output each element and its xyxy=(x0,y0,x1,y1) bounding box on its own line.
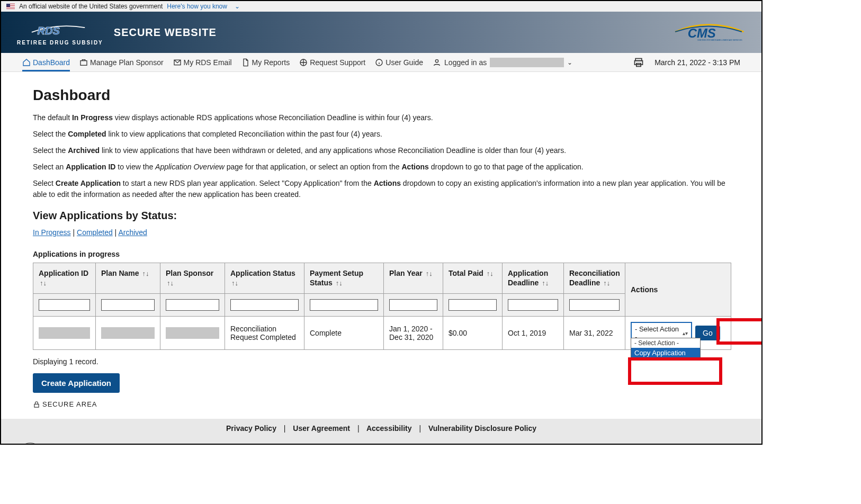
nav-logged-in[interactable]: Logged in as ⌄ xyxy=(433,53,572,71)
table-header-row: Application ID ↑↓ Plan Name ↑↓ Plan Spon… xyxy=(33,263,731,294)
footer-agreement[interactable]: User Agreement xyxy=(293,424,350,433)
sort-icon: ↑↓ xyxy=(426,269,433,277)
svg-text:RDS: RDS xyxy=(38,25,60,37)
filter-recon-deadline[interactable] xyxy=(569,299,620,311)
svg-point-14 xyxy=(18,443,43,445)
th-total-paid[interactable]: Total Paid ↑↓ xyxy=(443,263,503,294)
sort-icon: ↑↓ xyxy=(167,279,174,287)
link-in-progress[interactable]: In Progress xyxy=(33,228,71,237)
nav-user-guide[interactable]: User Guide xyxy=(375,54,423,71)
briefcase-icon xyxy=(79,58,88,67)
highlight-box xyxy=(716,318,763,345)
rds-logo-subtitle: RETIREE DRUG SUBSIDY xyxy=(17,40,103,46)
secure-area-label: SECURE AREA xyxy=(33,400,730,408)
gov-banner-link[interactable]: Here's how you know xyxy=(167,3,227,10)
svg-point-9 xyxy=(435,59,438,62)
nav-plan-sponsor[interactable]: Manage Plan Sponsor xyxy=(79,54,164,71)
desc-p3: Select the Archived link to view applica… xyxy=(33,145,730,156)
filter-total-paid[interactable] xyxy=(449,299,497,311)
redacted-plan-name xyxy=(101,327,155,339)
cell-app-deadline: Oct 1, 2019 xyxy=(503,317,564,350)
cell-plan-year: Jan 1, 2020 - Dec 31, 2020 xyxy=(384,317,443,350)
th-plan-sponsor[interactable]: Plan Sponsor ↑↓ xyxy=(160,263,225,294)
main-content: Dashboard The default In Progress view d… xyxy=(1,72,761,413)
create-application-button[interactable]: Create Application xyxy=(33,373,120,393)
th-recon-deadline[interactable]: Reconciliation Deadline ↑↓ xyxy=(564,263,625,294)
svg-rect-11 xyxy=(635,60,643,65)
link-completed[interactable]: Completed xyxy=(77,228,113,237)
svg-text:CMS: CMS xyxy=(688,26,716,40)
home-icon xyxy=(22,58,31,67)
print-icon[interactable] xyxy=(633,57,644,68)
filter-app-status[interactable] xyxy=(230,299,299,311)
page-title: Dashboard xyxy=(33,87,730,104)
mail-icon xyxy=(173,58,182,67)
dropdown-opt-copy[interactable]: Copy Application xyxy=(631,348,700,358)
desc-p4: Select an Application ID to view the App… xyxy=(33,161,730,173)
filter-app-id[interactable] xyxy=(39,299,90,311)
nav-datetime: March 21, 2022 - 3:13 PM xyxy=(654,58,740,67)
status-links: In Progress | Completed | Archived xyxy=(33,227,730,238)
sort-icon: ↑↓ xyxy=(40,279,47,287)
dropdown-opt-placeholder[interactable]: - Select Action - xyxy=(631,338,700,348)
gov-banner-text: An official website of the United States… xyxy=(19,3,163,10)
th-plan-name[interactable]: Plan Name ↑↓ xyxy=(96,263,160,294)
link-archived[interactable]: Archived xyxy=(118,228,147,237)
cell-recon-deadline: Mar 31, 2022 xyxy=(564,317,625,350)
nav-bar: DashBoard Manage Plan Sponsor My RDS Ema… xyxy=(1,53,761,72)
footer-privacy[interactable]: Privacy Policy xyxy=(226,424,276,433)
th-app-id[interactable]: Application ID ↑↓ xyxy=(33,263,96,294)
sort-icon: ↑↓ xyxy=(542,279,549,287)
chevron-down-icon[interactable]: ⌄ xyxy=(235,3,240,10)
gov-banner: An official website of the United States… xyxy=(1,1,761,12)
footer-bottom: Approved OMB-0938-0957 Form CMS-10156 Ap… xyxy=(1,438,761,445)
cell-payment-status: Complete xyxy=(304,317,384,350)
info-icon xyxy=(375,58,383,67)
action-dropdown: - Select Action - Copy Application xyxy=(631,338,701,358)
sort-icon: ↑↓ xyxy=(231,279,238,287)
th-payment-status[interactable]: Payment Setup Status ↑↓ xyxy=(304,263,384,294)
filter-payment-status[interactable] xyxy=(310,299,378,311)
th-app-status[interactable]: Application Status ↑↓ xyxy=(225,263,304,294)
svg-text:CENTERS FOR MEDICARE & MEDICAI: CENTERS FOR MEDICARE & MEDICAID SERVICES xyxy=(697,39,742,41)
cell-app-status: Reconciliation Request Completed xyxy=(225,317,304,350)
th-plan-year[interactable]: Plan Year ↑↓ xyxy=(384,263,443,294)
hhs-seal-icon xyxy=(17,442,43,445)
nav-dashboard[interactable]: DashBoard xyxy=(22,54,70,71)
view-status-heading: View Applications by Status: xyxy=(33,210,730,222)
nav-support[interactable]: Request Support xyxy=(299,54,365,71)
th-app-deadline[interactable]: Application Deadline ↑↓ xyxy=(503,263,564,294)
filter-app-deadline[interactable] xyxy=(508,299,558,311)
redacted-plan-sponsor xyxy=(166,327,219,339)
support-icon xyxy=(299,58,308,67)
document-icon xyxy=(241,58,250,67)
nav-reports[interactable]: My Reports xyxy=(241,54,290,71)
footer-accessibility[interactable]: Accessibility xyxy=(366,424,412,433)
svg-rect-3 xyxy=(80,60,87,65)
nav-rds-email[interactable]: My RDS Email xyxy=(173,54,232,71)
filter-plan-year[interactable] xyxy=(389,299,437,311)
table-row: Reconciliation Request Completed Complet… xyxy=(33,317,731,350)
desc-p2: Select the Completed link to view applic… xyxy=(33,129,730,140)
lock-icon xyxy=(33,401,40,408)
rds-logo-icon: RDS xyxy=(29,19,91,39)
applications-table: Application ID ↑↓ Plan Name ↑↓ Plan Spon… xyxy=(33,263,731,350)
site-title: SECURE WEBSITE xyxy=(114,26,217,39)
sort-icon: ↑↓ xyxy=(603,279,610,287)
svg-rect-13 xyxy=(34,404,39,407)
section-label: Applications in progress xyxy=(33,250,730,258)
redacted-app-id xyxy=(39,327,90,339)
sort-icon: ↑↓ xyxy=(142,269,149,277)
th-actions: Actions xyxy=(625,263,731,317)
desc-p5: Select Create Application to start a new… xyxy=(33,178,730,200)
filter-plan-sponsor[interactable] xyxy=(166,299,219,311)
chevron-down-icon[interactable]: ⌄ xyxy=(567,59,572,66)
site-header: RDS RETIREE DRUG SUBSIDY SECURE WEBSITE … xyxy=(1,12,761,53)
footer-vuln[interactable]: Vulnerability Disclosure Policy xyxy=(428,424,536,433)
redacted-username xyxy=(490,58,564,67)
filter-plan-name[interactable] xyxy=(101,299,155,311)
select-arrows-icon: ▴▾ xyxy=(683,330,688,336)
displaying-count: Displaying 1 record. xyxy=(33,357,730,366)
cms-logo: CMS CENTERS FOR MEDICARE & MEDICAID SERV… xyxy=(671,21,746,44)
sort-icon: ↑↓ xyxy=(336,279,343,287)
